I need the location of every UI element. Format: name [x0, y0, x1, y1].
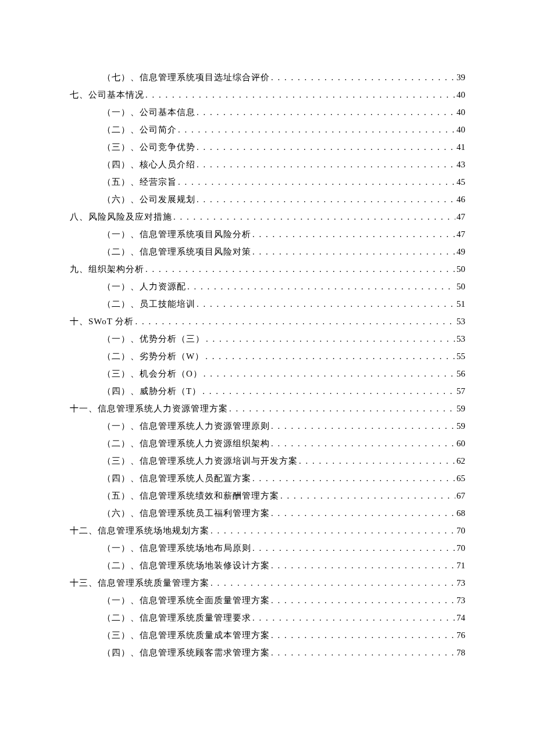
toc-entry-page: 39 [456, 69, 465, 86]
toc-entry-page: 68 [456, 504, 465, 522]
toc-entry-page: 56 [456, 365, 465, 382]
toc-entry-page: 78 [456, 644, 465, 661]
toc-entry: 十三、信息管理系统质量管理方案73 [70, 574, 465, 592]
toc-entry-page: 47 [456, 208, 465, 225]
toc-leader-dots [252, 470, 455, 487]
toc-entry-label: 十一、信息管理系统人力资源管理方案 [70, 400, 228, 417]
toc-leader-dots [197, 191, 455, 208]
toc-entry: （三）、信息管理系统质量成本管理方案76 [70, 626, 465, 644]
toc-entry: （二）、信息管理系统项目风险对策49 [70, 243, 465, 260]
toc-entry-page: 59 [456, 400, 465, 417]
toc-leader-dots [206, 330, 455, 347]
toc-leader-dots [145, 260, 455, 278]
toc-entry: （一）、公司基本信息40 [70, 103, 465, 121]
toc-entry-page: 47 [456, 225, 465, 243]
toc-entry-page: 55 [456, 347, 465, 365]
toc-entry: （五）、经营宗旨45 [70, 173, 465, 191]
toc-entry-label: （三）、信息管理系统人力资源培训与开发方案 [102, 452, 298, 470]
toc-entry-page: 67 [456, 487, 465, 504]
toc-entry: 七、公司基本情况40 [70, 86, 465, 103]
toc-entry-label: （六）、公司发展规划 [102, 191, 195, 208]
toc-entry-label: （一）、信息管理系统项目风险分析 [102, 225, 251, 243]
toc-entry: 九、组织架构分析50 [70, 260, 465, 278]
toc-entry: （七）、信息管理系统项目选址综合评价39 [70, 69, 465, 86]
toc-entry-page: 70 [456, 539, 465, 557]
toc-entry: 八、风险风险及应对措施47 [70, 208, 465, 225]
toc-entry: （六）、信息管理系统员工福利管理方案68 [70, 504, 465, 522]
toc-leader-dots [145, 86, 455, 103]
toc-leader-dots [271, 504, 455, 522]
toc-leader-dots [280, 487, 455, 504]
toc-entry: 十、SWoT 分析53 [70, 313, 465, 330]
toc-entry-label: （一）、信息管理系统场地布局原则 [102, 539, 251, 557]
toc-entry: （三）、机会分析（O）56 [70, 365, 465, 382]
toc-entry-page: 73 [456, 592, 465, 609]
toc-entry-label: （一）、优势分析（三） [102, 330, 205, 347]
toc-entry-page: 57 [456, 382, 465, 400]
toc-entry-label: （一）、公司基本信息 [102, 103, 195, 121]
toc-leader-dots [252, 225, 455, 243]
toc-entry: 十二、信息管理系统场地规划方案70 [70, 522, 465, 539]
toc-leader-dots [205, 347, 455, 365]
toc-entry: （三）、公司竞争优势41 [70, 138, 465, 156]
toc-leader-dots [197, 156, 455, 173]
toc-entry-page: 49 [456, 243, 465, 260]
toc-entry-page: 46 [456, 191, 465, 208]
toc-entry: （四）、核心人员介绍43 [70, 156, 465, 173]
toc-leader-dots [229, 400, 455, 417]
toc-leader-dots [271, 592, 455, 609]
toc-entry-label: 八、风险风险及应对措施 [70, 208, 172, 225]
toc-leader-dots [252, 609, 455, 626]
toc-entry: （二）、信息管理系统人力资源组织架构60 [70, 435, 465, 452]
toc-entry: （二）、员工技能培训51 [70, 295, 465, 313]
toc-leader-dots [271, 69, 455, 86]
toc-entry-label: （三）、公司竞争优势 [102, 138, 195, 156]
table-of-contents: （七）、信息管理系统项目选址综合评价39七、公司基本情况40（一）、公司基本信息… [70, 69, 465, 661]
toc-entry-page: 40 [456, 121, 465, 138]
toc-entry-label: （二）、信息管理系统人力资源组织架构 [102, 435, 270, 452]
toc-entry: （二）、劣势分析（W）55 [70, 347, 465, 365]
toc-entry-label: （三）、机会分析（O） [102, 365, 202, 382]
toc-entry: （一）、信息管理系统项目风险分析47 [70, 225, 465, 243]
toc-leader-dots [271, 644, 455, 661]
toc-entry: （四）、威胁分析（T）57 [70, 382, 465, 400]
toc-entry-label: （四）、核心人员介绍 [102, 156, 195, 173]
toc-entry-label: （二）、信息管理系统场地装修设计方案 [102, 557, 270, 574]
toc-leader-dots [271, 417, 455, 435]
toc-entry-label: （四）、信息管理系统人员配置方案 [102, 470, 251, 487]
toc-entry-label: （二）、劣势分析（W） [102, 347, 204, 365]
toc-entry-label: 十三、信息管理系统质量管理方案 [70, 574, 209, 592]
toc-entry-page: 43 [456, 156, 465, 173]
toc-entry-page: 40 [456, 86, 465, 103]
toc-entry-label: （五）、信息管理系统绩效和薪酬管理方案 [102, 487, 279, 504]
toc-leader-dots [187, 278, 455, 295]
toc-entry: （一）、信息管理系统场地布局原则70 [70, 539, 465, 557]
toc-entry-label: （一）、人力资源配 [102, 278, 186, 295]
toc-entry-label: （一）、信息管理系统全面质量管理方案 [102, 592, 270, 609]
toc-entry-page: 53 [456, 313, 465, 330]
toc-entry-page: 51 [456, 295, 465, 313]
toc-entry-label: （二）、信息管理系统质量管理要求 [102, 609, 251, 626]
toc-entry-label: （四）、信息管理系统顾客需求管理方案 [102, 644, 270, 661]
toc-entry-label: （七）、信息管理系统项目选址综合评价 [102, 69, 270, 86]
toc-entry: （一）、优势分析（三）53 [70, 330, 465, 347]
toc-entry-page: 70 [456, 522, 465, 539]
toc-entry-page: 41 [456, 138, 465, 156]
toc-entry-page: 53 [456, 330, 465, 347]
toc-entry: （四）、信息管理系统顾客需求管理方案78 [70, 644, 465, 661]
toc-entry-page: 40 [456, 103, 465, 121]
toc-entry-page: 74 [456, 609, 465, 626]
toc-leader-dots [271, 435, 455, 452]
toc-entry: （四）、信息管理系统人员配置方案65 [70, 470, 465, 487]
toc-entry: （一）、信息管理系统全面质量管理方案73 [70, 592, 465, 609]
toc-entry-label: 十二、信息管理系统场地规划方案 [70, 522, 209, 539]
toc-entry-label: 九、组织架构分析 [70, 260, 144, 278]
toc-entry-page: 62 [456, 452, 465, 470]
toc-entry: （一）、人力资源配50 [70, 278, 465, 295]
toc-entry-label: （五）、经营宗旨 [102, 173, 177, 191]
toc-entry-page: 73 [456, 574, 465, 592]
toc-leader-dots [173, 208, 455, 225]
toc-leader-dots [178, 173, 455, 191]
toc-entry-label: （四）、威胁分析（T） [102, 382, 201, 400]
toc-entry: （二）、信息管理系统场地装修设计方案71 [70, 557, 465, 574]
